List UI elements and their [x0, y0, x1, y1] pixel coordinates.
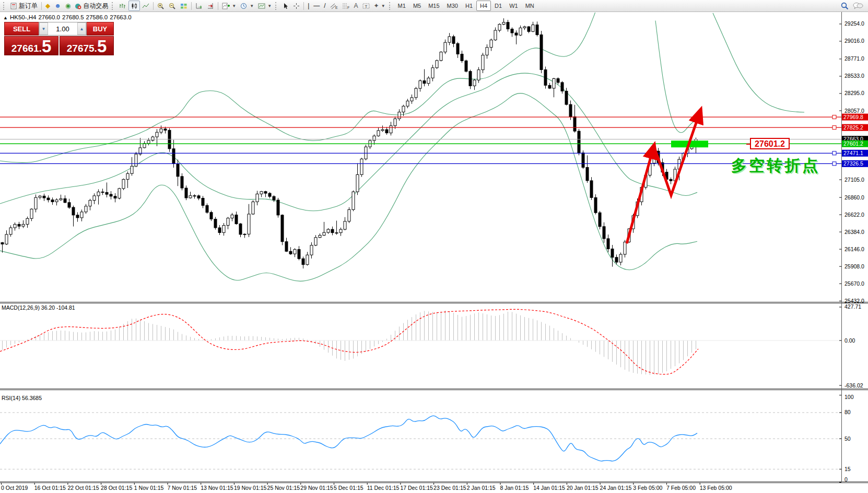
- volume-increase-button[interactable]: ▲: [77, 22, 86, 35]
- dropdown-caret-icon: ▼: [232, 4, 236, 8]
- svg-text:23 Dec 01:15: 23 Dec 01:15: [433, 485, 466, 491]
- hline-handle[interactable]: [832, 162, 836, 166]
- rsi-pane[interactable]: RSI(14) 56.36851008050150: [0, 394, 854, 483]
- sell-price-display[interactable]: 27661.5: [4, 36, 58, 55]
- svg-text:25432.0: 25432.0: [844, 298, 864, 304]
- svg-text:28533.0: 28533.0: [844, 73, 864, 79]
- svg-text:11 Dec 01:15: 11 Dec 01:15: [367, 485, 400, 491]
- timeframe-m30[interactable]: M30: [443, 1, 462, 11]
- chart-symbol-info: ▲HK50-,H427660.027680.527586.027663.0: [3, 14, 134, 20]
- time-axis[interactable]: 0 Oct 201916 Oct 01:1522 Oct 01:1528 Oct…: [1, 483, 732, 491]
- candlestick-chart-button[interactable]: [128, 1, 140, 11]
- timeframe-d1[interactable]: D1: [491, 1, 506, 11]
- svg-text:2 Jan 01:15: 2 Jan 01:15: [467, 485, 496, 491]
- svg-text:20 Jan 01:15: 20 Jan 01:15: [567, 485, 599, 491]
- svg-text:16 Oct 01:15: 16 Oct 01:15: [34, 485, 66, 491]
- line-chart-icon: [142, 3, 149, 9]
- zoom-in-icon: [157, 3, 165, 9]
- timeframe-m5[interactable]: M5: [409, 1, 425, 11]
- sell-button[interactable]: SELL: [4, 22, 39, 36]
- auto-trading-button[interactable]: 自动交易: [73, 1, 110, 11]
- dropdown-caret-icon: ▼: [250, 4, 254, 8]
- symbol-label: HK50-,H4: [10, 14, 37, 20]
- svg-text:1 Nov 01:15: 1 Nov 01:15: [134, 485, 164, 491]
- one-click-trading-panel: SELL ▼ ▲ BUY 27661.5 27675.5: [4, 22, 114, 55]
- text-label-button[interactable]: T: [360, 1, 372, 11]
- crosshair-icon: [293, 3, 300, 9]
- timeframe-m15[interactable]: M15: [425, 1, 443, 11]
- ohlc-close: 27663.0: [110, 14, 132, 20]
- new-order-label: 新订单: [19, 2, 38, 10]
- toolbar-grip: [3, 2, 7, 10]
- toolbar-grip: [389, 2, 393, 10]
- hline-handle[interactable]: [832, 115, 836, 119]
- market-watch-button[interactable]: ◆: [43, 1, 52, 11]
- toolbar-grip: [112, 2, 115, 10]
- templates-button[interactable]: ▼: [256, 1, 274, 11]
- volume-decrease-button[interactable]: ▼: [39, 22, 48, 35]
- svg-text:15: 15: [844, 466, 851, 472]
- svg-text:100: 100: [844, 394, 854, 400]
- timeframe-h1[interactable]: H1: [462, 1, 476, 11]
- horizontal-line-icon: —: [313, 3, 320, 9]
- hline-handle[interactable]: [832, 126, 836, 130]
- timeframe-mn[interactable]: MN: [522, 1, 538, 11]
- ohlc-open: 27660.0: [38, 14, 60, 20]
- search-icon[interactable]: [841, 2, 849, 10]
- buy-price-display[interactable]: 27675.5: [60, 36, 114, 55]
- svg-text:26384.0: 26384.0: [844, 229, 864, 235]
- trendline-button[interactable]: /: [322, 1, 327, 11]
- toolbar-separator: [191, 2, 192, 10]
- svg-text:0 Oct 2019: 0 Oct 2019: [1, 485, 28, 491]
- channel-button[interactable]: E: [328, 1, 340, 11]
- toolbar-right-group: [841, 2, 866, 10]
- text-button[interactable]: A: [352, 1, 360, 11]
- hline-handle[interactable]: [832, 151, 836, 155]
- shapes-button[interactable]: ✦▼: [372, 1, 388, 11]
- cursor-button[interactable]: [280, 1, 291, 11]
- macd-pane[interactable]: MACD(12,26,9) 36.20 -104.81427.710.00-63…: [0, 303, 863, 388]
- accounts-button[interactable]: ☻: [52, 1, 63, 11]
- fibonacci-button[interactable]: F: [340, 1, 352, 11]
- timeframe-h4[interactable]: H4: [476, 1, 491, 11]
- svg-text:27326.5: 27326.5: [843, 160, 863, 167]
- svg-text:26146.0: 26146.0: [844, 246, 864, 252]
- gold-icon: ◆: [45, 3, 50, 9]
- indicators-button[interactable]: ▼: [220, 1, 238, 11]
- chart-shift-button[interactable]: [205, 1, 216, 11]
- svg-text:5 Dec 01:15: 5 Dec 01:15: [334, 485, 363, 491]
- trend-arrow-1[interactable]: [627, 146, 654, 244]
- line-chart-button[interactable]: [140, 1, 151, 11]
- auto-trading-label: 自动交易: [83, 2, 108, 10]
- tile-windows-button[interactable]: [178, 1, 190, 11]
- svg-text:13 Nov 01:15: 13 Nov 01:15: [201, 485, 233, 491]
- horizontal-line-button[interactable]: —: [311, 1, 322, 11]
- periods-button[interactable]: ▼: [238, 1, 256, 11]
- crosshair-button[interactable]: [291, 1, 302, 11]
- buy-button[interactable]: BUY: [87, 22, 114, 36]
- volume-input[interactable]: [48, 22, 77, 35]
- auto-scroll-button[interactable]: [193, 1, 205, 11]
- timeframe-w1[interactable]: W1: [506, 1, 522, 11]
- signals-button[interactable]: ◉: [63, 1, 73, 11]
- chart-canvas[interactable]: 29254.029016.028771.028533.028295.028057…: [0, 0, 868, 493]
- direction-up-icon: ▲: [3, 15, 8, 20]
- svg-text:50: 50: [844, 436, 851, 442]
- zoom-out-icon: [169, 3, 176, 9]
- vertical-line-button[interactable]: |: [306, 1, 311, 11]
- pivot-note-text: 多空转折点: [731, 155, 820, 177]
- candlestick-chart-icon: [131, 3, 138, 9]
- price-callout-label[interactable]: 27601.2: [750, 138, 790, 149]
- svg-text:0.00: 0.00: [844, 337, 855, 344]
- dropdown-caret-icon: ▼: [267, 4, 272, 8]
- bar-chart-button[interactable]: [117, 1, 128, 11]
- new-order-icon: [10, 3, 17, 9]
- new-order-button[interactable]: 新订单: [8, 1, 40, 11]
- chat-icon[interactable]: [853, 2, 863, 10]
- macd-label: MACD(12,26,9) 36.20 -104.81: [2, 304, 75, 311]
- zoom-out-button[interactable]: [167, 1, 178, 11]
- zoom-in-button[interactable]: [155, 1, 167, 11]
- shapes-icon: ✦: [374, 3, 379, 9]
- timeframe-m1[interactable]: M1: [394, 1, 409, 11]
- svg-text:17 Dec 01:15: 17 Dec 01:15: [400, 485, 433, 491]
